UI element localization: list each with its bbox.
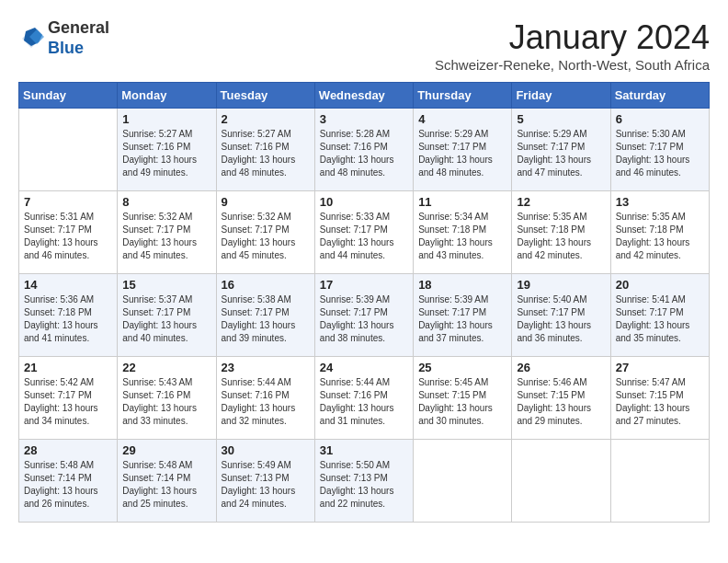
day-number: 24 xyxy=(320,361,408,374)
weekday-header: Sunday xyxy=(19,83,118,109)
calendar-day-cell xyxy=(512,440,610,523)
day-number: 18 xyxy=(418,278,506,292)
day-number: 1 xyxy=(122,112,210,126)
day-info: Sunrise: 5:32 AM Sunset: 7:17 PM Dayligh… xyxy=(122,211,210,262)
day-info: Sunrise: 5:42 AM Sunset: 7:17 PM Dayligh… xyxy=(24,376,112,428)
day-info: Sunrise: 5:28 AM Sunset: 7:16 PM Dayligh… xyxy=(320,128,408,179)
weekday-header: Monday xyxy=(118,83,216,109)
logo-icon xyxy=(18,26,44,52)
day-number: 2 xyxy=(222,112,310,126)
day-number: 10 xyxy=(320,195,408,209)
day-info: Sunrise: 5:50 AM Sunset: 7:13 PM Dayligh… xyxy=(320,459,408,511)
logo-general: General xyxy=(48,18,109,37)
day-info: Sunrise: 5:38 AM Sunset: 7:17 PM Dayligh… xyxy=(222,293,310,345)
day-number: 4 xyxy=(418,112,506,126)
calendar-day-cell: 4Sunrise: 5:29 AM Sunset: 7:17 PM Daylig… xyxy=(414,109,512,191)
weekday-header: Thursday xyxy=(414,83,512,109)
day-info: Sunrise: 5:46 AM Sunset: 7:15 PM Dayligh… xyxy=(517,376,605,428)
calendar-day-cell: 29Sunrise: 5:48 AM Sunset: 7:14 PM Dayli… xyxy=(118,440,216,523)
day-number: 31 xyxy=(320,443,408,457)
day-number: 29 xyxy=(122,443,210,457)
calendar-day-cell: 5Sunrise: 5:29 AM Sunset: 7:17 PM Daylig… xyxy=(512,109,610,191)
logo-text: General Blue xyxy=(48,18,109,58)
logo: General Blue xyxy=(18,18,109,58)
day-number: 26 xyxy=(517,361,605,374)
calendar-week-row: 7Sunrise: 5:31 AM Sunset: 7:17 PM Daylig… xyxy=(19,191,710,274)
day-info: Sunrise: 5:34 AM Sunset: 7:18 PM Dayligh… xyxy=(418,211,506,262)
calendar-day-cell: 2Sunrise: 5:27 AM Sunset: 7:16 PM Daylig… xyxy=(216,109,314,191)
day-number: 12 xyxy=(517,195,605,209)
calendar-day-cell: 6Sunrise: 5:30 AM Sunset: 7:17 PM Daylig… xyxy=(610,109,709,191)
weekday-header-row: SundayMondayTuesdayWednesdayThursdayFrid… xyxy=(19,83,710,109)
day-number: 20 xyxy=(616,278,704,292)
calendar-day-cell: 18Sunrise: 5:39 AM Sunset: 7:17 PM Dayli… xyxy=(414,274,512,357)
day-info: Sunrise: 5:44 AM Sunset: 7:16 PM Dayligh… xyxy=(320,376,408,428)
day-info: Sunrise: 5:27 AM Sunset: 7:16 PM Dayligh… xyxy=(222,128,310,179)
weekday-header: Tuesday xyxy=(216,83,314,109)
calendar-day-cell: 22Sunrise: 5:43 AM Sunset: 7:16 PM Dayli… xyxy=(118,357,216,440)
calendar-day-cell: 25Sunrise: 5:45 AM Sunset: 7:15 PM Dayli… xyxy=(414,357,512,440)
calendar-day-cell: 8Sunrise: 5:32 AM Sunset: 7:17 PM Daylig… xyxy=(118,191,216,274)
calendar-day-cell: 26Sunrise: 5:46 AM Sunset: 7:15 PM Dayli… xyxy=(512,357,610,440)
day-number: 16 xyxy=(222,278,310,292)
location-subtitle: Schweizer-Reneke, North-West, South Afri… xyxy=(435,57,710,73)
day-number: 15 xyxy=(122,278,210,292)
day-number: 30 xyxy=(222,443,310,457)
day-info: Sunrise: 5:43 AM Sunset: 7:16 PM Dayligh… xyxy=(122,376,210,428)
day-info: Sunrise: 5:35 AM Sunset: 7:18 PM Dayligh… xyxy=(517,211,605,262)
calendar-week-row: 28Sunrise: 5:48 AM Sunset: 7:14 PM Dayli… xyxy=(19,440,710,523)
day-info: Sunrise: 5:47 AM Sunset: 7:15 PM Dayligh… xyxy=(616,376,704,428)
day-number: 21 xyxy=(24,361,112,374)
logo-blue: Blue xyxy=(48,39,84,57)
calendar-day-cell: 17Sunrise: 5:39 AM Sunset: 7:17 PM Dayli… xyxy=(314,274,413,357)
day-number: 8 xyxy=(122,195,210,209)
day-number: 9 xyxy=(222,195,310,209)
calendar-day-cell: 14Sunrise: 5:36 AM Sunset: 7:18 PM Dayli… xyxy=(19,274,118,357)
calendar-week-row: 21Sunrise: 5:42 AM Sunset: 7:17 PM Dayli… xyxy=(19,357,710,440)
calendar-day-cell: 24Sunrise: 5:44 AM Sunset: 7:16 PM Dayli… xyxy=(314,357,413,440)
day-info: Sunrise: 5:29 AM Sunset: 7:17 PM Dayligh… xyxy=(418,128,506,179)
calendar-table: SundayMondayTuesdayWednesdayThursdayFrid… xyxy=(18,82,710,523)
day-number: 5 xyxy=(517,112,605,126)
day-number: 11 xyxy=(418,195,506,209)
calendar-day-cell: 19Sunrise: 5:40 AM Sunset: 7:17 PM Dayli… xyxy=(512,274,610,357)
calendar-day-cell: 20Sunrise: 5:41 AM Sunset: 7:17 PM Dayli… xyxy=(610,274,709,357)
day-info: Sunrise: 5:39 AM Sunset: 7:17 PM Dayligh… xyxy=(418,293,506,345)
calendar-day-cell: 3Sunrise: 5:28 AM Sunset: 7:16 PM Daylig… xyxy=(314,109,413,191)
day-info: Sunrise: 5:49 AM Sunset: 7:13 PM Dayligh… xyxy=(222,459,310,511)
calendar-day-cell xyxy=(610,440,709,523)
day-info: Sunrise: 5:44 AM Sunset: 7:16 PM Dayligh… xyxy=(222,376,310,428)
page-header: General Blue January 2024 Schweizer-Rene… xyxy=(18,18,710,73)
day-info: Sunrise: 5:41 AM Sunset: 7:17 PM Dayligh… xyxy=(616,293,704,345)
day-info: Sunrise: 5:33 AM Sunset: 7:17 PM Dayligh… xyxy=(320,211,408,262)
day-number: 28 xyxy=(24,443,112,457)
calendar-week-row: 14Sunrise: 5:36 AM Sunset: 7:18 PM Dayli… xyxy=(19,274,710,357)
calendar-day-cell: 13Sunrise: 5:35 AM Sunset: 7:18 PM Dayli… xyxy=(610,191,709,274)
calendar-day-cell: 7Sunrise: 5:31 AM Sunset: 7:17 PM Daylig… xyxy=(19,191,118,274)
day-info: Sunrise: 5:37 AM Sunset: 7:17 PM Dayligh… xyxy=(122,293,210,345)
day-info: Sunrise: 5:30 AM Sunset: 7:17 PM Dayligh… xyxy=(616,128,704,179)
calendar-day-cell: 12Sunrise: 5:35 AM Sunset: 7:18 PM Dayli… xyxy=(512,191,610,274)
day-number: 19 xyxy=(517,278,605,292)
month-title: January 2024 xyxy=(435,18,710,57)
day-info: Sunrise: 5:31 AM Sunset: 7:17 PM Dayligh… xyxy=(24,211,112,262)
day-info: Sunrise: 5:29 AM Sunset: 7:17 PM Dayligh… xyxy=(517,128,605,179)
day-number: 22 xyxy=(122,361,210,374)
calendar-day-cell: 31Sunrise: 5:50 AM Sunset: 7:13 PM Dayli… xyxy=(314,440,413,523)
calendar-day-cell: 21Sunrise: 5:42 AM Sunset: 7:17 PM Dayli… xyxy=(19,357,118,440)
day-info: Sunrise: 5:36 AM Sunset: 7:18 PM Dayligh… xyxy=(24,293,112,345)
day-number: 7 xyxy=(24,195,112,209)
calendar-day-cell: 23Sunrise: 5:44 AM Sunset: 7:16 PM Dayli… xyxy=(216,357,314,440)
day-number: 3 xyxy=(320,112,408,126)
day-info: Sunrise: 5:45 AM Sunset: 7:15 PM Dayligh… xyxy=(418,376,506,428)
calendar-day-cell: 28Sunrise: 5:48 AM Sunset: 7:14 PM Dayli… xyxy=(19,440,118,523)
day-number: 6 xyxy=(616,112,704,126)
calendar-day-cell xyxy=(19,109,118,191)
day-info: Sunrise: 5:39 AM Sunset: 7:17 PM Dayligh… xyxy=(320,293,408,345)
calendar-day-cell: 15Sunrise: 5:37 AM Sunset: 7:17 PM Dayli… xyxy=(118,274,216,357)
day-info: Sunrise: 5:32 AM Sunset: 7:17 PM Dayligh… xyxy=(222,211,310,262)
calendar-day-cell: 16Sunrise: 5:38 AM Sunset: 7:17 PM Dayli… xyxy=(216,274,314,357)
calendar-day-cell: 10Sunrise: 5:33 AM Sunset: 7:17 PM Dayli… xyxy=(314,191,413,274)
day-number: 25 xyxy=(418,361,506,374)
day-number: 17 xyxy=(320,278,408,292)
